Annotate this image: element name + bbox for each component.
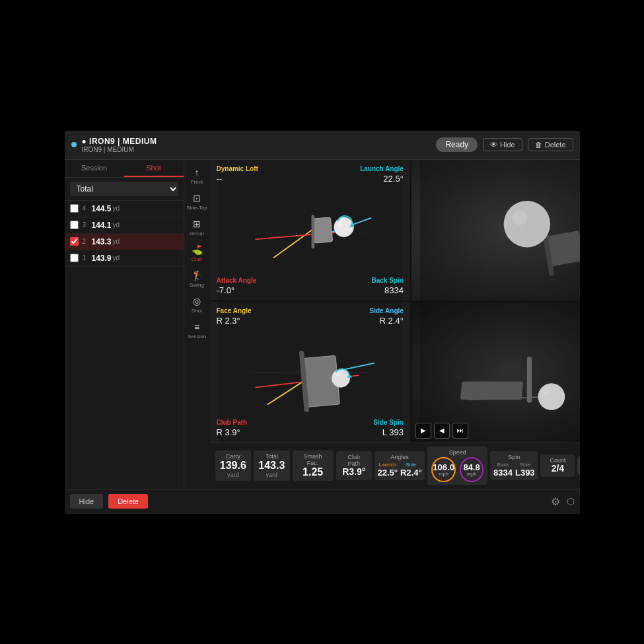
stat-speed: Speed 106.0 mph 84.8 mph	[427, 447, 487, 485]
svg-point-31	[538, 383, 565, 410]
svg-rect-0	[218, 160, 402, 301]
shot-num: 2	[83, 238, 92, 245]
viz-top-left: Dynamic Loft -- Launch Angle 22.5° Attac…	[210, 160, 410, 301]
nav-item-session[interactable]: ≡ Session	[185, 318, 209, 343]
total-dropdown[interactable]: Total Carry	[70, 182, 178, 196]
tab-session[interactable]: Session	[65, 160, 124, 177]
svg-rect-6	[311, 215, 314, 248]
sidebar: Session Shot Total Carry 4 144.5 yd 3 14…	[65, 160, 184, 489]
hide-button[interactable]: 👁 Hide	[483, 138, 522, 151]
nav-item-group[interactable]: ⊞ Group	[185, 215, 209, 240]
svg-point-9	[337, 221, 343, 227]
viz-top-left-svg	[210, 160, 410, 301]
next-frame-button[interactable]: ⏭	[452, 423, 468, 439]
shot-checkbox[interactable]	[70, 204, 79, 213]
header: ● IRON9 | MEDIUM IRON9 | MEDIUM Ready 👁 …	[65, 131, 580, 160]
play-button[interactable]: ▶	[415, 423, 431, 439]
status-dot	[71, 142, 77, 147]
shot-checkbox[interactable]	[70, 221, 79, 229]
nav-item-sidetop[interactable]: ⊡ Side-Top	[185, 190, 209, 214]
viz-grid: Dynamic Loft -- Launch Angle 22.5° Attac…	[210, 160, 580, 443]
svg-rect-27	[420, 302, 580, 443]
shot-item[interactable]: 1 143.9 yd	[65, 250, 184, 267]
stat-smash: Smash Fac. 1.25	[293, 450, 334, 481]
stat-total: Total 143.3 yard	[254, 450, 290, 481]
shot-unit: yd	[113, 221, 120, 229]
header-actions: Ready 👁 Hide 🗑 Delete	[436, 137, 573, 152]
sidetop-label: Side-Top	[186, 205, 207, 211]
shot-num: 3	[83, 221, 92, 229]
shot-list: 4 144.5 yd 3 144.1 yd 2 143.3 yd 1 143.9…	[65, 201, 184, 489]
stat-carry: Carry 139.6 yard	[215, 450, 252, 481]
shot-label: Shot	[192, 308, 202, 314]
shot-num: 4	[83, 205, 92, 212]
ready-button[interactable]: Ready	[436, 137, 478, 152]
nav-item-club[interactable]: ⛳ Club	[185, 241, 209, 266]
back-spin-stat: Back 8334	[493, 462, 513, 478]
club-speed-circle: 84.8 mph	[460, 457, 483, 482]
shot-value: 143.9	[92, 254, 112, 263]
sidetop-icon: ⊡	[193, 193, 201, 203]
angles-row: Launch 22.5° Side R2.4°	[378, 462, 421, 478]
stat-clubpath: Club Path R3.9°	[336, 451, 372, 480]
shot-item[interactable]: 3 144.1 yd	[65, 217, 184, 234]
shot-checkbox[interactable]	[70, 254, 79, 262]
shot-icon: ◎	[193, 296, 201, 306]
delete-bottom-button[interactable]: Delete	[108, 494, 148, 509]
viz-bottom-left: Face Angle R 2.3° Side Angle R 2.4° Club…	[210, 302, 410, 443]
prev-frame-button[interactable]: ◀	[434, 423, 450, 439]
app-container: ● IRON9 | MEDIUM IRON9 | MEDIUM Ready 👁 …	[65, 131, 580, 514]
club-icon: ⛳	[192, 244, 203, 255]
trash-icon: 🗑	[535, 141, 542, 149]
launch-angle-stat: Launch 22.5°	[377, 462, 398, 478]
bottom-bar: Hide Delete ⚙ ⬡	[65, 489, 580, 514]
sidebar-tabs: Session Shot	[65, 160, 184, 178]
ball-speed-circle: 106.0 mph	[431, 457, 456, 482]
group-label: Group	[190, 231, 204, 236]
dropdown-row: Total Carry	[65, 178, 184, 201]
stats-bar: Carry 139.6 yard Total 143.3 yard Smash …	[210, 443, 580, 489]
settings-icon[interactable]: ⚙	[551, 495, 560, 508]
eye-icon: 👁	[490, 141, 497, 149]
tab-shot[interactable]: Shot	[124, 160, 184, 177]
front-icon: ↑	[195, 167, 199, 178]
nav-item-shot[interactable]: ◎ Shot	[185, 293, 209, 317]
swing-label: Swing	[190, 282, 204, 288]
ursa-badge: U	[577, 456, 579, 475]
shot-value: 144.1	[92, 221, 112, 230]
session-icon: ≡	[194, 322, 199, 332]
cam-top	[411, 160, 580, 301]
shot-item[interactable]: 2 143.3 yd	[65, 234, 184, 250]
svg-point-25	[334, 371, 340, 376]
svg-point-32	[542, 386, 550, 395]
header-title-block: ● IRON9 | MEDIUM IRON9 | MEDIUM	[82, 137, 437, 153]
cam-controls: ▶ ◀ ⏭	[415, 423, 468, 439]
shot-value: 144.5	[92, 204, 112, 213]
spin-row: Back 8334 Side L393	[494, 462, 534, 478]
viz-bottom-left-svg	[210, 302, 410, 443]
center-area: Dynamic Loft -- Launch Angle 22.5° Attac…	[210, 160, 580, 489]
svg-rect-16	[420, 160, 580, 301]
icon-nav: ↑ Front ⊡ Side-Top ⊞ Group ⛳ Club 🏌 Swin…	[184, 160, 210, 489]
club-label: Club	[192, 256, 202, 262]
stat-count: Count 2/4	[540, 454, 575, 476]
shot-item[interactable]: 4 144.5 yd	[65, 201, 184, 217]
cam-bottom: ▶ ◀ ⏭ ⛶	[411, 302, 580, 443]
shot-checkbox[interactable]	[70, 237, 79, 246]
delete-button[interactable]: 🗑 Delete	[528, 138, 573, 151]
side-angle-stat: Side R2.4°	[400, 462, 422, 478]
cam-top-overlay	[411, 160, 580, 301]
front-label: Front	[191, 179, 203, 185]
stat-spin: Spin Back 8334 Side L393	[490, 451, 538, 480]
nav-item-front[interactable]: ↑ Front	[185, 164, 209, 188]
logout-icon[interactable]: ⬡	[567, 496, 575, 507]
shot-value: 143.3	[92, 237, 112, 246]
svg-rect-30	[527, 357, 532, 402]
swing-icon: 🏌	[192, 270, 203, 281]
hide-bottom-button[interactable]: Hide	[70, 494, 104, 509]
side-spin-stat: Side L393	[515, 462, 535, 478]
main-area: Session Shot Total Carry 4 144.5 yd 3 14…	[65, 160, 580, 489]
shot-unit: yd	[113, 238, 120, 245]
shot-unit: yd	[113, 254, 120, 262]
nav-item-swing[interactable]: 🏌 Swing	[185, 267, 209, 291]
